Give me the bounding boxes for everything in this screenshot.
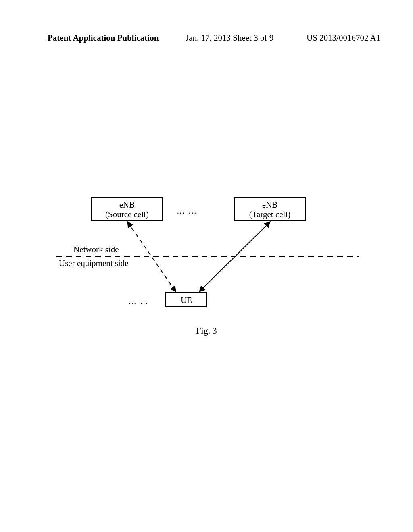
node-target-line2: (Target cell)	[235, 210, 305, 219]
label-network-side: Network side	[73, 245, 119, 255]
ellipsis-bottom: … …	[128, 297, 149, 306]
arrow-source-ue	[127, 222, 176, 292]
node-ue: UE	[165, 292, 207, 307]
node-source-line2: (Source cell)	[92, 210, 162, 219]
node-ue-label: UE	[166, 295, 206, 305]
node-target-line1: eNB	[235, 200, 305, 210]
header-right: US 2013/0016702 A1	[307, 33, 380, 43]
node-source-line1: eNB	[92, 200, 162, 210]
page-container: { "header": { "left": "Patent Applicatio…	[0, 0, 413, 532]
node-source-enb: eNB (Source cell)	[91, 197, 163, 221]
ellipsis-top: … …	[177, 206, 197, 216]
figure-caption: Fig. 3	[0, 326, 413, 336]
arrow-target-ue	[199, 222, 270, 292]
header-left: Patent Application Publication	[48, 33, 159, 43]
label-user-side: User equipment side	[59, 258, 129, 268]
header-center: Jan. 17, 2013 Sheet 3 of 9	[186, 33, 273, 43]
node-target-enb: eNB (Target cell)	[234, 197, 306, 221]
